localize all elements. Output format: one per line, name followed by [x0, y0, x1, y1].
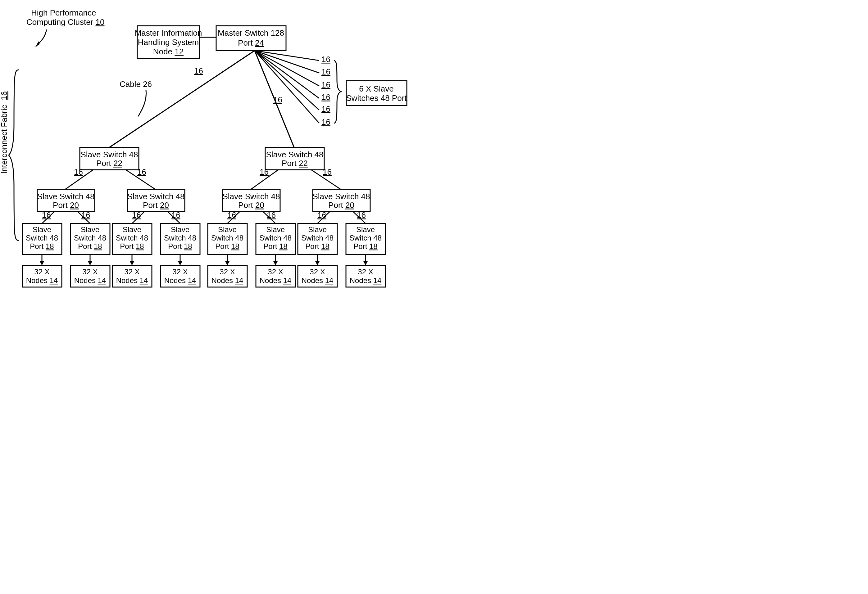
fan-16-2: 16 [322, 67, 331, 76]
s18-5-l3: Port 18 [215, 242, 239, 251]
s18-6-l1: Slave [266, 225, 285, 234]
n14-7-l1: 32 X [310, 268, 325, 276]
s18-3-l1: Slave [123, 225, 141, 234]
arrow-7-head [315, 261, 320, 265]
diagram-root: High Performance Computing Cluster 10 Ma… [0, 0, 434, 297]
arrow-2-head [87, 261, 93, 265]
master-switch-l2: Port 24 [238, 38, 264, 47]
fan-16-6: 16 [322, 117, 331, 127]
e-rd-18g-16: 16 [317, 211, 326, 220]
arrow-5-head [225, 261, 230, 265]
s18-1-l3: Port 18 [30, 242, 54, 251]
n14-1-l2: Nodes 14 [26, 276, 58, 284]
n14-4-l2: Nodes 14 [164, 276, 196, 284]
s18-2-l3: Port 18 [78, 242, 102, 251]
s18-8-l2: Switch 48 [349, 234, 382, 242]
e-lb-18d-16: 16 [171, 211, 180, 220]
slave20-rd-l2: Port 20 [328, 200, 354, 210]
title-arrow-head [36, 41, 40, 47]
slave22-right-l2: Port 22 [282, 159, 308, 168]
s18-4-l3: Port 18 [168, 242, 192, 251]
fan-16-3: 16 [322, 80, 331, 89]
e-22r-20c-16: 16 [260, 167, 269, 177]
master-node-l2: Handling System [138, 38, 199, 47]
n14-2-l1: 32 X [82, 268, 97, 276]
s18-6-l2: Switch 48 [259, 234, 292, 242]
s18-4-l2: Switch 48 [164, 234, 196, 242]
brace-right [334, 60, 342, 123]
master-node-l1: Master Information [135, 28, 202, 38]
s18-1-l2: Switch 48 [26, 234, 58, 242]
s18-3-l2: Switch 48 [116, 234, 148, 242]
s18-6-l3: Port 18 [263, 242, 287, 251]
n14-8-l1: 32 X [358, 268, 373, 276]
slave22-right-l1: Slave Switch 48 [266, 150, 323, 159]
edge-master-left [109, 50, 255, 147]
s18-4-l1: Slave [171, 225, 189, 234]
s18-3-l3: Port 18 [120, 242, 144, 251]
s18-2-l2: Switch 48 [74, 234, 106, 242]
slave20-la-l2: Port 20 [53, 200, 79, 210]
cable-curve [138, 90, 146, 116]
s18-8-l3: Port 18 [353, 242, 377, 251]
s18-8-l1: Slave [356, 225, 375, 234]
slave20-lb-l2: Port 20 [143, 200, 169, 210]
slave20-lb-l1: Slave Switch 48 [127, 192, 185, 201]
e-rc-18e-16: 16 [227, 211, 236, 220]
e-22r-20d-16: 16 [323, 167, 332, 177]
arrow-3-head [130, 261, 134, 265]
e-22l-20b-16: 16 [137, 167, 146, 177]
e-rd-18h-16: 16 [357, 211, 366, 220]
arrow-8-head [363, 261, 368, 265]
s18-5-l2: Switch 48 [211, 234, 244, 242]
slave20-rc-l2: Port 20 [238, 200, 264, 210]
slave22-left-l1: Slave Switch 48 [81, 150, 138, 159]
arrow-6-head [273, 261, 278, 265]
n14-6-l2: Nodes 14 [260, 276, 292, 284]
master-node-l3: Node 12 [153, 47, 183, 56]
e-22l-20a-16: 16 [74, 167, 83, 177]
slave22-left-l2: Port 22 [96, 159, 123, 168]
edge-16-left: 16 [194, 66, 203, 75]
n14-2-l2: Nodes 14 [74, 276, 106, 284]
title-line2: Computing Cluster 10 [27, 18, 104, 27]
slave20-rc-l1: Slave Switch 48 [223, 192, 280, 201]
s18-1-l1: Slave [32, 225, 51, 234]
edge-16-right: 16 [273, 95, 282, 104]
slave20-la-l1: Slave Switch 48 [37, 192, 95, 201]
e-la-18b-16: 16 [81, 211, 90, 220]
s18-7-l3: Port 18 [305, 242, 329, 251]
n14-1-l1: 32 X [34, 268, 49, 276]
arrow-4-head [178, 261, 183, 265]
n14-8-l2: Nodes 14 [350, 276, 382, 284]
n14-7-l2: Nodes 14 [301, 276, 334, 284]
e-rc-18f-16: 16 [267, 211, 276, 220]
n14-3-l2: Nodes 14 [116, 276, 148, 284]
n14-4-l1: 32 X [172, 268, 187, 276]
s18-2-l1: Slave [81, 225, 99, 234]
brace-left [9, 70, 19, 240]
extra-l2: Switches 48 Port [346, 93, 407, 103]
e-lb-18c-16: 16 [132, 211, 141, 220]
n14-5-l1: 32 X [220, 268, 235, 276]
extra-l1: 6 X Slave [359, 84, 393, 93]
cable-label: Cable 26 [120, 80, 152, 89]
s18-7-l2: Switch 48 [301, 234, 334, 242]
n14-6-l1: 32 X [268, 268, 283, 276]
s18-5-l1: Slave [218, 225, 237, 234]
fan-16-5: 16 [322, 104, 331, 113]
master-switch-l1: Master Switch 128 [218, 28, 284, 38]
fan-16-1: 16 [322, 55, 331, 64]
arrow-1-head [40, 261, 44, 265]
fan-16-4: 16 [322, 93, 331, 102]
side-label: Interconnect Fabric 16 [0, 91, 9, 174]
slave20-rd-l1: Slave Switch 48 [313, 192, 370, 201]
title-line1: High Performance [31, 8, 96, 18]
e-la-18a-16: 16 [42, 211, 51, 220]
n14-5-l2: Nodes 14 [211, 276, 244, 284]
n14-3-l1: 32 X [124, 268, 139, 276]
s18-7-l1: Slave [308, 225, 327, 234]
